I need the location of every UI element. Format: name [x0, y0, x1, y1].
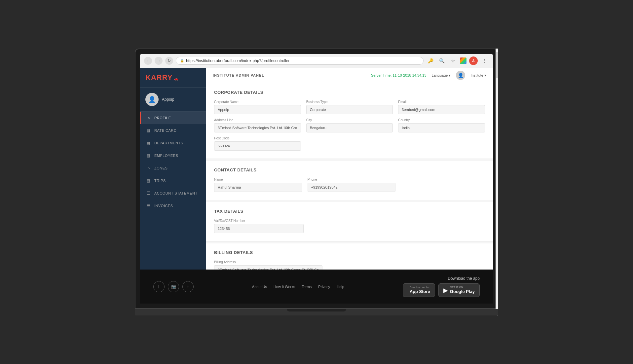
browser-profile: A — [469, 56, 478, 65]
download-text: Download the app — [448, 276, 480, 281]
contact-details-title: CONTACT DETAILS — [214, 167, 485, 172]
sidebar-item-rate-card[interactable]: ▦ RATE CARD — [140, 124, 206, 137]
invoices-icon: ☰ — [146, 203, 151, 208]
sidebar-item-zones[interactable]: ○ ZONES — [140, 162, 206, 174]
billing-address-field: Billing Address — [214, 260, 322, 270]
address-line-input[interactable] — [214, 123, 301, 132]
about-us-link[interactable]: About Us — [252, 285, 267, 289]
corporate-name-field: Corporate Name — [214, 100, 301, 114]
departments-icon: ▦ — [146, 141, 151, 145]
top-user-avatar: 👤 — [456, 71, 465, 80]
forward-button[interactable]: → — [155, 57, 163, 65]
logo-text: KARRY — [145, 73, 172, 82]
app-store-badge[interactable]: Download on the App Store — [403, 283, 435, 297]
store-badges: Download on the App Store ▶ GET IT ON Go… — [403, 283, 480, 297]
billing-details-section: BILLING DETAILS Billing Address — [206, 243, 493, 270]
help-link[interactable]: Help — [337, 285, 344, 289]
sidebar-nav: ○ PROFILE ▦ RATE CARD ▦ DEPARTMENTS ▦ — [140, 112, 206, 270]
post-code-field: Post Code — [214, 136, 301, 151]
color-square — [460, 57, 466, 64]
refresh-button[interactable]: ↻ — [165, 57, 173, 65]
language-button[interactable]: Language ▾ — [432, 73, 451, 78]
key-icon[interactable]: 🔑 — [426, 56, 435, 65]
instagram-button[interactable]: 📷 — [168, 281, 179, 292]
main-content: CORPORATE DETAILS Corporate Name Busines… — [206, 83, 493, 270]
avatar: 👤 — [145, 93, 159, 106]
user-name: Appoip — [162, 97, 174, 102]
vat-field: Vat/Tax/GST Number — [214, 219, 304, 233]
email-input[interactable] — [398, 105, 485, 114]
lock-icon: 🔒 — [180, 59, 184, 62]
corporate-name-input[interactable] — [214, 105, 301, 114]
tax-details-section: TAX DETAILS Vat/Tax/GST Number — [206, 202, 493, 241]
city-field: City — [306, 118, 393, 132]
business-type-field: Business Type — [306, 100, 393, 114]
address-line-field: Address Line — [214, 118, 301, 132]
employees-icon: ▦ — [146, 153, 151, 158]
sidebar-item-departments[interactable]: ▦ DEPARTMENTS — [140, 137, 206, 149]
country-field: Country — [398, 118, 485, 132]
billing-address-input[interactable] — [214, 265, 322, 270]
zones-icon: ○ — [146, 166, 151, 170]
server-time: Server Time: 11-10-2018 14:34:13 — [371, 73, 427, 77]
rate-card-icon: ▦ — [146, 128, 151, 133]
footer-right: Download the app Download on the App Sto… — [403, 276, 480, 297]
footer-social: f 📷 t — [153, 281, 194, 292]
how-it-works-link[interactable]: How It Works — [274, 285, 295, 289]
phone-input[interactable] — [308, 183, 396, 192]
billing-details-title: BILLING DETAILS — [214, 250, 485, 255]
address-bar[interactable]: 🔒 https://institution.uberforall.com/ind… — [176, 57, 424, 65]
lang-chevron: ▾ — [449, 73, 451, 78]
vat-input[interactable] — [214, 224, 304, 233]
sidebar-item-invoices[interactable]: ☰ INVOICES — [140, 200, 206, 212]
business-type-input[interactable] — [306, 105, 393, 114]
corporate-details-section: CORPORATE DETAILS Corporate Name Busines… — [206, 83, 493, 159]
google-play-icon: ▶ — [443, 287, 448, 294]
city-input[interactable] — [306, 123, 393, 132]
star-icon[interactable]: ☆ — [449, 56, 457, 65]
logo-area: KARRY 🚗 — [140, 68, 206, 88]
top-bar: INSTITUTE ADMIN PANEL Server Time: 11-10… — [206, 68, 493, 83]
sidebar-item-profile[interactable]: ○ PROFILE — [140, 112, 206, 124]
page-title: INSTITUTE ADMIN PANEL — [213, 73, 264, 77]
trips-icon: ▦ — [146, 178, 151, 183]
contact-name-field: Name — [214, 178, 302, 192]
institute-button[interactable]: Institute ▾ — [470, 73, 486, 78]
sidebar: KARRY 🚗 👤 Appoip ○ PROFILE ▦ — [140, 68, 206, 270]
logo-icon: 🚗 — [174, 77, 178, 81]
sidebar-item-account-statement[interactable]: ☰ ACCOUNT STATEMENT — [140, 187, 206, 200]
google-play-badge[interactable]: ▶ GET IT ON Google Play — [438, 283, 480, 297]
sidebar-item-employees[interactable]: ▦ EMPLOYEES — [140, 149, 206, 162]
url-text: https://institution.uberforall.com/index… — [186, 58, 290, 63]
contact-name-input[interactable] — [214, 183, 302, 192]
contact-details-section: CONTACT DETAILS Name Phone — [206, 161, 493, 200]
tax-details-title: TAX DETAILS — [214, 209, 485, 214]
back-button[interactable]: ← — [144, 57, 152, 65]
search-icon[interactable]: 🔍 — [437, 56, 446, 65]
footer-links: About Us How It Works Terms Privacy Help — [252, 285, 344, 289]
email-field: Email — [398, 100, 485, 114]
facebook-button[interactable]: f — [153, 281, 165, 292]
menu-icon[interactable]: ⋮ — [480, 56, 489, 65]
post-code-input[interactable] — [214, 141, 301, 151]
phone-field: Phone — [308, 178, 396, 192]
profile-icon: ○ — [146, 116, 151, 120]
sidebar-user: 👤 Appoip — [140, 88, 206, 112]
sidebar-item-trips[interactable]: ▦ TRIPS — [140, 174, 206, 187]
country-input[interactable] — [398, 123, 485, 132]
twitter-button[interactable]: t — [182, 281, 194, 292]
institute-chevron: ▾ — [484, 73, 486, 78]
account-icon: ☰ — [146, 191, 151, 196]
privacy-link[interactable]: Privacy — [318, 285, 330, 289]
corporate-details-title: CORPORATE DETAILS — [214, 90, 485, 95]
footer: f 📷 t About Us How It Works Terms Privac… — [140, 270, 493, 304]
terms-link[interactable]: Terms — [302, 285, 312, 289]
